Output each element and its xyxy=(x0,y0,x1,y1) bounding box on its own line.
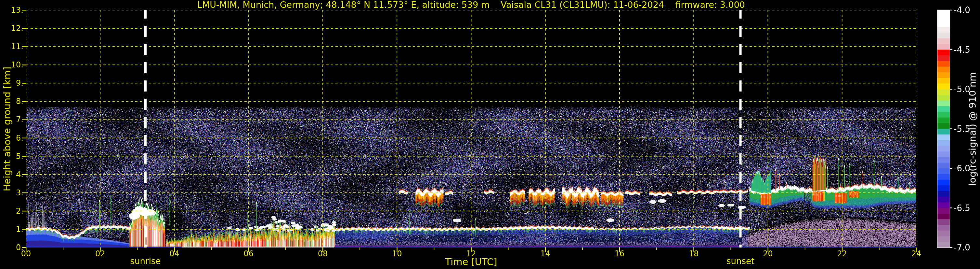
y-tick-label-1.: 1. xyxy=(16,225,24,234)
y-tick-label-6.: 6. xyxy=(16,133,24,143)
colorbar-tick-label--4.5: -4.5 xyxy=(954,45,970,55)
y-tick-label-13.: 13. xyxy=(11,6,24,14)
sunset-marker-label: sunset xyxy=(727,257,754,266)
y-tick-label-0.: 0. xyxy=(16,243,24,252)
colorbar-tick-label--4.0: -4.0 xyxy=(954,5,970,15)
sunrise-marker-label: sunrise xyxy=(130,257,161,266)
x-tick-label-04: 04 xyxy=(169,249,180,258)
colorbar-tick-label--6.0: -6.0 xyxy=(954,163,970,173)
x-tick-label-10: 10 xyxy=(392,249,402,258)
y-tick-label-8.: 8. xyxy=(16,97,24,106)
y-tick-label-10.: 10. xyxy=(11,60,24,69)
colorbar-tick-label--6.5: -6.5 xyxy=(954,203,970,213)
y-tick-label-5.: 5. xyxy=(16,152,24,161)
x-tick-label-24: 24 xyxy=(912,249,921,258)
y-tick-label-4.: 4. xyxy=(16,170,24,179)
y-tick-label-7.: 7. xyxy=(16,115,24,124)
colorbar-tick-label--7.0: -7.0 xyxy=(954,243,970,252)
y-tick-label-11.: 11. xyxy=(11,42,24,51)
y-tick-label-9.: 9. xyxy=(16,78,24,88)
x-tick-label-08: 08 xyxy=(318,249,328,258)
page-title: LMU-MIM, Munich, Germany; 48.148° N 11.5… xyxy=(197,0,745,10)
x-axis-label: Time [UTC] xyxy=(445,257,497,267)
x-tick-label-16: 16 xyxy=(615,249,625,258)
x-tick-label-02: 02 xyxy=(95,249,105,258)
x-tick-label-12: 12 xyxy=(466,249,476,258)
x-tick-label-22: 22 xyxy=(837,249,847,258)
x-tick-label-18: 18 xyxy=(689,249,699,258)
colorbar-tick-label--5.0: -5.0 xyxy=(954,84,970,94)
ceilometer-quicklook-figure: LMU-MIM, Munich, Germany; 48.148° N 11.5… xyxy=(0,0,980,269)
y-tick-label-12.: 12. xyxy=(11,24,24,33)
y-axis-label: Height above ground [km] xyxy=(2,66,12,191)
x-tick-label-14: 14 xyxy=(540,249,550,258)
x-tick-label-06: 06 xyxy=(243,249,253,258)
ceilometer-heatmap-canvas xyxy=(0,0,980,269)
y-tick-label-3.: 3. xyxy=(16,188,24,197)
x-tick-label-20: 20 xyxy=(763,249,773,258)
colorbar-tick-label--5.5: -5.5 xyxy=(954,124,970,134)
y-tick-label-2.: 2. xyxy=(16,207,24,216)
